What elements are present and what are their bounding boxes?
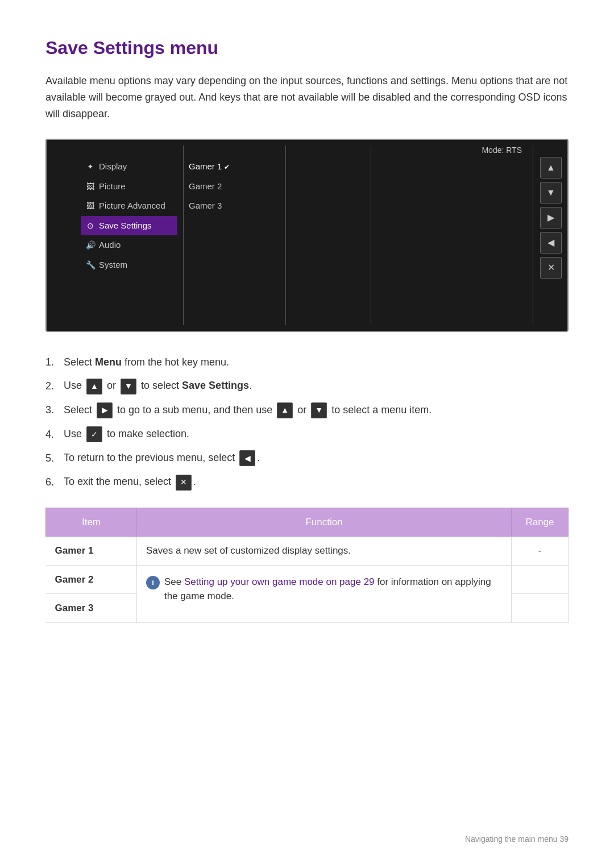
osd-menu-label-picture: Picture — [99, 180, 126, 193]
step-4-num: 4. — [45, 427, 59, 442]
step-1-num: 1. — [45, 355, 59, 370]
btn-up-step3: ▲ — [277, 402, 293, 418]
osd-menu-picture[interactable]: 🖼 Picture — [81, 177, 177, 197]
osd-menu-picture-advanced[interactable]: 🖼 Picture Advanced — [81, 196, 177, 216]
osd-right-buttons: ▲ ▼ ▶ ◀ ✕ — [540, 157, 562, 279]
osd-submenu-gamer1[interactable]: Gamer 1 ✔ — [183, 157, 274, 177]
step-1: 1. Select Menu from the hot key menu. — [45, 355, 569, 370]
btn-right-step3: ▶ — [97, 402, 113, 418]
settings-table: Item Function Range Gamer 1 Saves a new … — [45, 508, 569, 623]
header-range: Range — [512, 508, 569, 537]
divider-2 — [285, 146, 286, 325]
osd-submenu-label-gamer1: Gamer 1 — [189, 160, 222, 173]
osd-btn-left[interactable]: ◀ — [540, 232, 562, 254]
osd-submenu-gamer2[interactable]: Gamer 2 — [183, 177, 274, 197]
btn-down-step3: ▼ — [311, 402, 327, 418]
header-item: Item — [46, 508, 137, 537]
function-gamer1: Saves a new set of customized display se… — [137, 537, 512, 566]
osd-submenu: Gamer 1 ✔ Gamer 2 Gamer 3 — [183, 157, 274, 216]
step-3: 3. Select ▶ to go to a sub menu, and the… — [45, 402, 569, 418]
range-gamer2 — [512, 565, 569, 594]
osd-btn-up[interactable]: ▲ — [540, 157, 562, 178]
btn-up-step2: ▲ — [86, 379, 102, 394]
picture-advanced-icon: 🖼 — [85, 201, 96, 211]
step-2: 2. Use ▲ or ▼ to select Save Settings. — [45, 378, 569, 394]
mode-label: Mode: RTS — [482, 144, 522, 156]
step-2-text: Use ▲ or ▼ to select Save Settings. — [64, 378, 252, 394]
item-gamer2: Gamer 2 — [46, 565, 137, 594]
save-settings-icon: ⊙ — [85, 221, 96, 231]
range-gamer1: - — [512, 537, 569, 566]
step-6-num: 6. — [45, 475, 59, 490]
system-icon: 🔧 — [85, 260, 96, 270]
checkmark-gamer1: ✔ — [224, 162, 230, 172]
audio-icon: 🔊 — [85, 240, 96, 251]
picture-icon: 🖼 — [85, 181, 96, 192]
range-gamer3 — [512, 594, 569, 623]
osd-menu-audio[interactable]: 🔊 Audio — [81, 235, 177, 255]
item-gamer1: Gamer 1 — [46, 537, 137, 566]
osd-menu-system[interactable]: 🔧 System — [81, 255, 177, 275]
osd-mockup: Mode: RTS ✦ Display 🖼 Picture 🖼 Picture … — [45, 139, 569, 332]
step-5: 5. To return to the previous menu, selec… — [45, 450, 569, 466]
osd-submenu-label-gamer3: Gamer 3 — [189, 200, 222, 213]
osd-menu-save-settings[interactable]: ⊙ Save Settings — [81, 216, 177, 236]
display-icon: ✦ — [85, 162, 96, 172]
osd-menu-label-display: Display — [99, 160, 127, 173]
osd-submenu-gamer3[interactable]: Gamer 3 — [183, 196, 274, 216]
osd-menu-display[interactable]: ✦ Display — [81, 157, 177, 177]
info-icon: i — [146, 576, 160, 589]
osd-btn-close[interactable]: ✕ — [540, 257, 562, 279]
step-1-text: Select Menu from the hot key menu. — [64, 355, 229, 370]
osd-btn-down[interactable]: ▼ — [540, 182, 562, 203]
steps-list: 1. Select Menu from the hot key menu. 2.… — [45, 355, 569, 490]
header-function: Function — [137, 508, 512, 537]
osd-menu-label-save-settings: Save Settings — [99, 219, 152, 232]
btn-check-step4: ✓ — [86, 426, 102, 442]
step-3-num: 3. — [45, 402, 59, 418]
game-mode-link[interactable]: Setting up your own game mode on page 29 — [184, 576, 375, 587]
osd-btn-right[interactable]: ▶ — [540, 207, 562, 229]
osd-menu-label-audio: Audio — [99, 239, 121, 252]
step-2-num: 2. — [45, 379, 59, 394]
item-gamer3: Gamer 3 — [46, 594, 137, 623]
function-sub-detail: i See Setting up your own game mode on p… — [146, 575, 502, 604]
step-4-text: Use ✓ to make selection. — [64, 426, 189, 442]
step-4: 4. Use ✓ to make selection. — [45, 426, 569, 442]
btn-down-step2: ▼ — [121, 379, 136, 394]
step-6: 6. To exit the menu, select ✕. — [45, 474, 569, 490]
intro-paragraph: Available menu options may vary dependin… — [45, 73, 569, 122]
divider-3 — [371, 146, 371, 325]
step-6-text: To exit the menu, select ✕. — [64, 474, 196, 490]
btn-close-step6: ✕ — [176, 475, 192, 491]
table-header-row: Item Function Range — [46, 508, 569, 537]
divider-4 — [533, 146, 533, 325]
table-row: Gamer 1 Saves a new set of customized di… — [46, 537, 569, 566]
step-3-text: Select ▶ to go to a sub menu, and then u… — [64, 402, 432, 418]
table-row: Gamer 2 i See Setting up your own game m… — [46, 565, 569, 594]
osd-menu-label-system: System — [99, 259, 127, 272]
function-sub-text: See Setting up your own game mode on pag… — [164, 575, 502, 604]
osd-left-menu: ✦ Display 🖼 Picture 🖼 Picture Advanced ⊙… — [81, 157, 177, 275]
osd-submenu-label-gamer2: Gamer 2 — [189, 180, 222, 193]
function-gamer23: i See Setting up your own game mode on p… — [137, 565, 512, 622]
page-title: Save Settings menu — [45, 34, 569, 61]
footer: Navigating the main menu 39 — [465, 833, 569, 845]
btn-left-step5: ◀ — [239, 450, 255, 466]
step-5-text: To return to the previous menu, select ◀… — [64, 450, 260, 466]
step-5-num: 5. — [45, 451, 59, 466]
osd-menu-label-picture-advanced: Picture Advanced — [99, 200, 165, 213]
